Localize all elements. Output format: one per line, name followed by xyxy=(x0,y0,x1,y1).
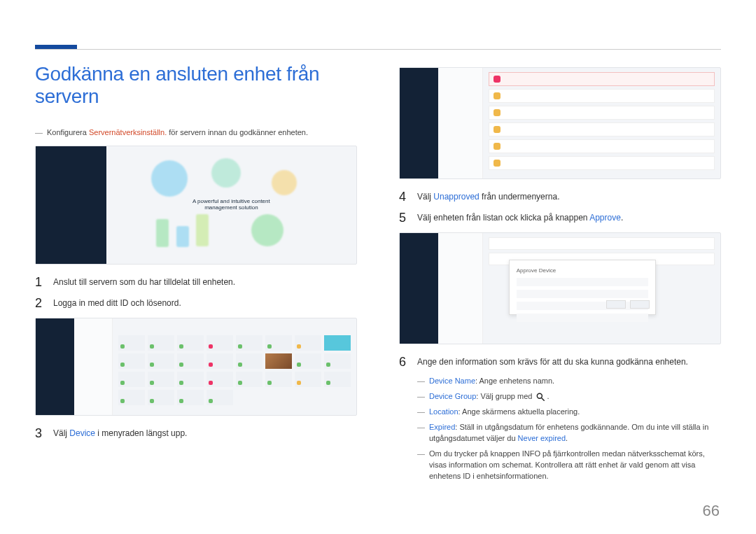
page-number: 66 xyxy=(703,502,720,520)
screenshot-login: A powerful and intuitive content managem… xyxy=(35,146,357,265)
keyword-device-name: Device Name xyxy=(429,377,475,385)
sub-location: ― Location: Ange skärmens aktuella place… xyxy=(417,407,721,418)
sub-device-name: ― Device Name: Ange enhetens namn. xyxy=(417,376,721,387)
step-number: 4 xyxy=(399,190,407,204)
step-2: 2 Logga in med ditt ID och lösenord. xyxy=(35,297,357,311)
step-number: 1 xyxy=(35,276,43,290)
screenshot-unapproved-list xyxy=(399,67,721,179)
step-text: Välj enheten från listan ock klicka på k… xyxy=(417,211,623,224)
dash-icon: ― xyxy=(417,449,425,460)
step-number: 5 xyxy=(399,211,407,225)
right-column: 4 Välj Unapproved från undermenyerna. 5 … xyxy=(399,63,721,486)
sub-device-group: ― Device Group: Välj grupp med . xyxy=(417,391,721,402)
keyword-expired: Expired xyxy=(429,423,455,431)
screenshot-device-grid xyxy=(35,318,357,416)
step-number: 2 xyxy=(35,297,43,311)
sub-expired: ― Expired: Ställ in utgångsdatum för enh… xyxy=(417,422,721,444)
dash-icon: ― xyxy=(417,376,425,387)
step-1: 1 Anslut till servern som du har tilldel… xyxy=(35,276,357,290)
step-6: 6 Ange den information som krävs för att… xyxy=(399,356,721,370)
dash-icon: ― xyxy=(417,407,425,418)
keyword-never-expired: Never expired xyxy=(518,434,566,442)
keyword-location: Location xyxy=(429,407,458,416)
sub-info-note: ― Om du trycker på knappen INFO på fjärr… xyxy=(417,449,721,482)
step-text: Logga in med ditt ID och lösenord. xyxy=(53,297,181,309)
page-title: Godkänna en ansluten enhet från servern xyxy=(35,63,357,108)
keyword-unapproved: Unapproved xyxy=(433,192,479,202)
magnifier-icon xyxy=(536,392,545,402)
header-rule xyxy=(35,49,721,50)
keyword-approve: Approve xyxy=(589,213,621,223)
step-5: 5 Välj enheten från listan ock klicka på… xyxy=(399,211,721,225)
dash-icon: ― xyxy=(35,127,43,139)
step-3: 3 Välj Device i menyraden längst upp. xyxy=(35,427,357,441)
intro-note-text: Konfigurera Servernätverksinställn. för … xyxy=(47,127,308,139)
intro-note: ― Konfigurera Servernätverksinställn. fö… xyxy=(35,127,357,139)
step-4: 4 Välj Unapproved från undermenyerna. xyxy=(399,190,721,204)
step-text: Välj Unapproved från undermenyerna. xyxy=(417,190,559,203)
step-number: 6 xyxy=(399,356,407,370)
step-text: Anslut till servern som du har tilldelat… xyxy=(53,276,235,288)
step-6-sublist: ― Device Name: Ange enhetens namn. ― Dev… xyxy=(417,376,721,482)
keyword-server-network-settings: Servernätverksinställn. xyxy=(89,128,167,136)
keyword-device: Device xyxy=(69,428,95,438)
svg-line-1 xyxy=(542,398,545,401)
step-text: Välj Device i menyraden längst upp. xyxy=(53,427,187,440)
step-number: 3 xyxy=(35,427,43,441)
dash-icon: ― xyxy=(417,391,425,402)
dash-icon: ― xyxy=(417,422,425,433)
step-text: Ange den information som krävs för att d… xyxy=(417,356,688,368)
keyword-device-group: Device Group xyxy=(429,392,476,400)
content-columns: Godkänna en ansluten enhet från servern … xyxy=(35,63,721,486)
left-column: Godkänna en ansluten enhet från servern … xyxy=(35,63,357,486)
screenshot-approve-modal: Approve Device xyxy=(399,232,721,344)
